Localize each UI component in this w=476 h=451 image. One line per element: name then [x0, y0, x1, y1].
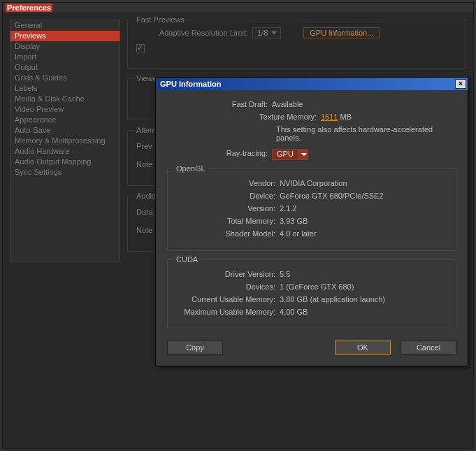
- ray-tracing-dropdown[interactable]: GPU: [272, 149, 308, 160]
- ray-tracing-value: GPU: [272, 149, 298, 160]
- total-memory-value: 3,93 GB: [280, 217, 449, 225]
- devices-label: Devices:: [175, 282, 280, 291]
- ray-tracing-label: Ray-tracing:: [167, 149, 272, 160]
- gpu-information-button[interactable]: GPU Information...: [303, 27, 380, 38]
- gpu-information-dialog: GPU Information × Fast Draft: Available …: [155, 77, 468, 366]
- opengl-title: OpenGL: [173, 164, 208, 173]
- chevron-down-icon: [298, 149, 308, 160]
- sidebar-item-general[interactable]: General: [10, 20, 120, 31]
- sidebar-item-import[interactable]: Import: [10, 52, 120, 62]
- version-label: Version:: [175, 204, 280, 213]
- preferences-title: Preferences: [6, 3, 52, 12]
- driver-version-label: Driver Version:: [175, 270, 280, 278]
- fast-draft-value: Available: [272, 100, 456, 108]
- sidebar-item-memory-multiprocessing[interactable]: Memory & Multiprocessing: [10, 136, 120, 146]
- sidebar-item-display[interactable]: Display: [10, 41, 120, 52]
- opengl-group: OpenGL Vendor:NVIDIA Corporation Device:…: [167, 169, 456, 251]
- sidebar-item-sync-settings[interactable]: Sync Settings: [10, 167, 120, 178]
- gpu-titlebar[interactable]: GPU Information ×: [156, 78, 468, 90]
- preferences-titlebar: Preferences: [3, 3, 473, 13]
- cuda-group: CUDA Driver Version:5.5 Devices:1 (GeFor…: [167, 259, 456, 329]
- sidebar-item-previews[interactable]: Previews: [10, 31, 120, 41]
- sidebar-item-appearance[interactable]: Appearance: [10, 115, 120, 125]
- total-memory-label: Total Memory:: [175, 217, 280, 225]
- current-usable-memory-value: 3,88 GB (at application launch): [280, 295, 449, 303]
- checkbox-1[interactable]: [136, 44, 145, 52]
- maximum-usable-memory-value: 4,00 GB: [280, 308, 449, 316]
- version-value: 2.1.2: [280, 204, 449, 213]
- vendor-label: Vendor:: [175, 179, 280, 187]
- preferences-sidebar: General Previews Display Import Output G…: [10, 20, 120, 262]
- cancel-button[interactable]: Cancel: [401, 341, 456, 355]
- sidebar-item-audio-output-mapping[interactable]: Audio Output Mapping: [10, 157, 120, 167]
- adaptive-resolution-label: Adaptive Resolution Limit:: [136, 29, 248, 37]
- fast-previews-group: Fast Previews Adaptive Resolution Limit:…: [127, 20, 466, 69]
- texture-memory-value[interactable]: 1611: [321, 113, 338, 121]
- cuda-title: CUDA: [173, 255, 201, 264]
- sidebar-item-video-preview[interactable]: Video Preview: [10, 104, 120, 115]
- sidebar-item-media-disk-cache[interactable]: Media & Disk Cache: [10, 94, 120, 104]
- close-icon[interactable]: ×: [455, 79, 466, 89]
- sidebar-item-grids-guides[interactable]: Grids & Guides: [10, 73, 120, 83]
- texture-memory-unit: MB: [340, 113, 352, 121]
- texture-memory-label: Texture Memory:: [167, 113, 321, 121]
- copy-button[interactable]: Copy: [167, 341, 223, 355]
- vendor-value: NVIDIA Corporation: [280, 179, 449, 187]
- sidebar-item-auto-save[interactable]: Auto-Save: [10, 125, 120, 136]
- shader-model-value: 4.0 or later: [280, 229, 449, 238]
- current-usable-memory-label: Current Usable Memory:: [175, 295, 280, 303]
- sidebar-item-labels[interactable]: Labels: [10, 83, 120, 94]
- texture-memory-note: This setting also affects hardware-accel…: [276, 125, 456, 142]
- devices-value: 1 (GeForce GTX 680): [280, 282, 449, 291]
- device-value: GeForce GTX 680/PCIe/SSE2: [280, 192, 449, 200]
- sidebar-item-audio-hardware[interactable]: Audio Hardware: [10, 146, 120, 157]
- device-label: Device:: [175, 192, 280, 200]
- maximum-usable-memory-label: Maximum Usable Memory:: [175, 308, 280, 316]
- adaptive-resolution-dropdown[interactable]: 1/8: [252, 27, 281, 38]
- shader-model-label: Shader Model:: [175, 229, 280, 238]
- fast-previews-title: Fast Previews: [134, 15, 187, 24]
- fast-draft-label: Fast Draft:: [167, 100, 272, 108]
- ok-button[interactable]: OK: [335, 341, 391, 355]
- driver-version-value: 5.5: [280, 270, 449, 278]
- gpu-dialog-title: GPU Information: [160, 80, 221, 88]
- sidebar-item-output[interactable]: Output: [10, 62, 120, 73]
